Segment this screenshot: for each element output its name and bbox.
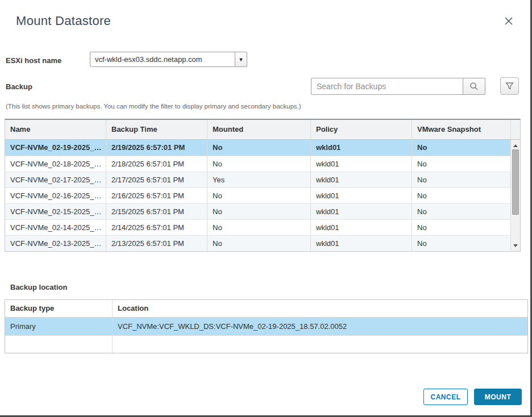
time-cell: 2/19/2025 6:57:01 PM bbox=[106, 140, 207, 156]
mounted-cell: No bbox=[207, 236, 310, 251]
scroll-up-button[interactable] bbox=[511, 141, 520, 150]
search-icon bbox=[469, 82, 479, 91]
page-title: Mount Datastore bbox=[16, 14, 111, 28]
name-cell: VCF-NVMe_02-15-2025_… bbox=[5, 204, 106, 219]
time-cell: 2/13/2025 6:57:01 PM bbox=[106, 236, 207, 251]
mounted-cell: No bbox=[207, 140, 310, 156]
scroll-down-button[interactable] bbox=[511, 241, 520, 250]
triangle-up-icon bbox=[513, 144, 518, 147]
backup-type-cell: Primary bbox=[5, 318, 112, 335]
policy-cell: wkld01 bbox=[310, 188, 412, 203]
table-row[interactable]: Primary VCF_NVMe:VCF_WKLD_DS:VCF-NVMe_02… bbox=[5, 318, 527, 335]
column-header-time[interactable]: Backup Time bbox=[106, 120, 207, 139]
table-row[interactable]: VCF-NVMe_02-15-2025_… 2/15/2025 6:57:01 … bbox=[5, 203, 520, 219]
vertical-scrollbar[interactable] bbox=[510, 140, 520, 251]
table-row[interactable]: VCF-NVMe_02-17-2025_… 2/17/2025 6:57:01 … bbox=[5, 172, 520, 187]
snapshot-cell: No bbox=[412, 140, 510, 156]
snapshot-cell: No bbox=[412, 188, 510, 203]
backups-table-body: VCF-NVMe_02-19-2025_… 2/19/2025 6:57:01 … bbox=[5, 140, 520, 251]
chevron-down-icon: ▼ bbox=[239, 57, 244, 62]
name-cell: VCF-NVMe_02-13-2025_… bbox=[5, 236, 106, 251]
policy-cell: wkld01 bbox=[310, 140, 412, 156]
filter-button[interactable] bbox=[500, 77, 519, 95]
policy-cell: wkld01 bbox=[310, 172, 412, 187]
name-cell: VCF-NVMe_02-19-2025_… bbox=[5, 140, 106, 156]
mounted-cell: No bbox=[207, 220, 310, 235]
column-header-snapshot[interactable]: VMware Snapshot bbox=[412, 120, 510, 139]
backup-filter-note: (This list shows primary backups. You ca… bbox=[6, 103, 301, 110]
column-header-mounted[interactable]: Mounted bbox=[207, 120, 310, 139]
backup-type-cell bbox=[5, 336, 112, 353]
backup-location-table: Backup type Location Primary VCF_NVMe:VC… bbox=[5, 299, 528, 353]
policy-cell: wkld01 bbox=[310, 204, 412, 219]
esxi-host-label: ESXi host name bbox=[6, 56, 61, 65]
snapshot-cell: No bbox=[412, 220, 510, 235]
close-icon bbox=[503, 15, 514, 27]
time-cell: 2/18/2025 6:57:01 PM bbox=[106, 156, 207, 172]
snapshot-cell: No bbox=[412, 156, 510, 172]
backup-search-group bbox=[311, 78, 485, 95]
time-cell: 2/15/2025 6:57:01 PM bbox=[106, 204, 207, 219]
backups-table-header: Name Backup Time Mounted Policy VMware S… bbox=[5, 120, 520, 140]
mount-button[interactable]: MOUNT bbox=[474, 389, 522, 405]
table-row[interactable]: VCF-NVMe_02-13-2025_… 2/13/2025 6:57:01 … bbox=[5, 235, 520, 251]
location-table-header: Backup type Location bbox=[5, 300, 527, 318]
column-header-name[interactable]: Name bbox=[5, 120, 106, 139]
column-header-backup-type: Backup type bbox=[5, 300, 112, 317]
name-cell: VCF-NVMe_02-14-2025_… bbox=[5, 220, 106, 235]
search-input[interactable] bbox=[311, 78, 463, 95]
name-cell: VCF-NVMe_02-16-2025_… bbox=[5, 188, 106, 203]
policy-cell: wkld01 bbox=[310, 220, 412, 235]
time-cell: 2/14/2025 6:57:01 PM bbox=[106, 220, 207, 235]
scrollbar-thumb[interactable] bbox=[512, 149, 519, 215]
esxi-host-input[interactable] bbox=[90, 52, 235, 67]
backups-table: Name Backup Time Mounted Policy VMware S… bbox=[5, 119, 521, 252]
table-row[interactable] bbox=[5, 335, 527, 353]
name-cell: VCF-NVMe_02-18-2025_… bbox=[5, 156, 106, 172]
mounted-cell: No bbox=[207, 156, 310, 172]
snapshot-cell: No bbox=[412, 236, 510, 251]
location-cell: VCF_NVMe:VCF_WKLD_DS:VCF-NVMe_02-19-2025… bbox=[112, 318, 527, 335]
policy-cell: wkld01 bbox=[310, 156, 412, 172]
table-row[interactable]: VCF-NVMe_02-18-2025_… 2/18/2025 6:57:01 … bbox=[5, 156, 520, 172]
mount-datastore-dialog: Mount Datastore ESXi host name ▼ Backup … bbox=[0, 0, 532, 417]
column-header-policy[interactable]: Policy bbox=[310, 120, 412, 139]
esxi-host-dropdown-button[interactable]: ▼ bbox=[235, 52, 247, 67]
backup-section-label: Backup bbox=[6, 82, 32, 91]
snapshot-cell: No bbox=[412, 204, 510, 219]
policy-cell: wkld01 bbox=[310, 236, 412, 251]
backup-location-label: Backup location bbox=[10, 283, 67, 291]
snapshot-cell: No bbox=[412, 172, 510, 187]
table-row[interactable]: VCF-NVMe_02-19-2025_… 2/19/2025 6:57:01 … bbox=[5, 140, 520, 156]
mounted-cell: Yes bbox=[207, 172, 310, 187]
time-cell: 2/16/2025 6:57:01 PM bbox=[106, 188, 207, 203]
mounted-cell: No bbox=[207, 204, 310, 219]
time-cell: 2/17/2025 6:57:01 PM bbox=[106, 172, 207, 187]
column-header-scroll-spacer bbox=[510, 120, 520, 139]
cancel-button[interactable]: CANCEL bbox=[423, 389, 468, 405]
name-cell: VCF-NVMe_02-17-2025_… bbox=[5, 172, 106, 187]
search-button[interactable] bbox=[463, 78, 485, 95]
filter-icon bbox=[505, 82, 514, 90]
esxi-host-combobox: ▼ bbox=[90, 52, 247, 67]
mounted-cell: No bbox=[207, 188, 310, 203]
location-cell bbox=[112, 336, 527, 353]
close-button[interactable] bbox=[503, 15, 516, 27]
triangle-down-icon bbox=[513, 244, 518, 247]
table-row[interactable]: VCF-NVMe_02-16-2025_… 2/16/2025 6:57:01 … bbox=[5, 187, 520, 203]
table-row[interactable]: VCF-NVMe_02-14-2025_… 2/14/2025 6:57:01 … bbox=[5, 219, 520, 235]
column-header-location: Location bbox=[112, 300, 527, 317]
